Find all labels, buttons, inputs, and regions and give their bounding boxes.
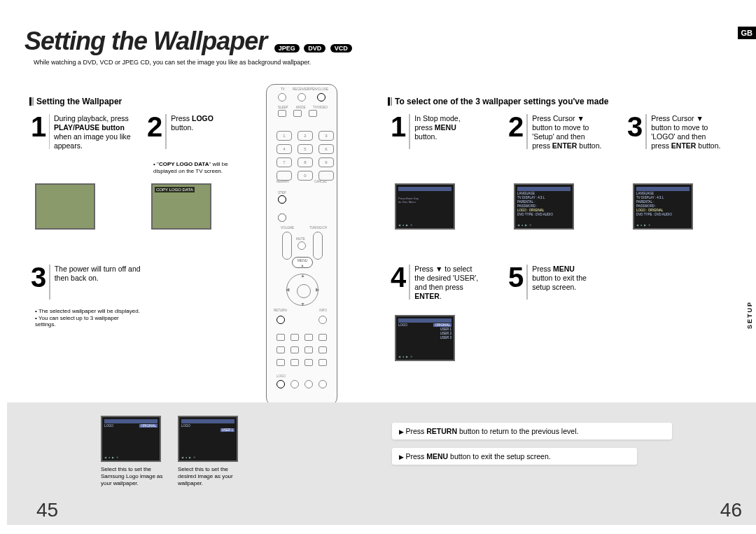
step-divider: [49, 265, 50, 300]
sec-bar2: [32, 97, 34, 106]
mode-btn: [276, 334, 285, 341]
tuner-button: [309, 110, 317, 117]
left-step2-note: "COPY LOGO DATA" will be displayed on th…: [153, 161, 251, 174]
sec-bar-r: [388, 97, 390, 106]
remain-button: [276, 171, 292, 181]
mode-btn: [304, 359, 313, 366]
step-divider: [409, 265, 410, 300]
tip-return: Press RETURN button to return to the pre…: [392, 423, 672, 440]
step-number: 2: [508, 114, 524, 139]
left-step-1: 1 During playback, press PLAY/PAUSE butt…: [31, 114, 143, 151]
right-step-1: 1 In Stop mode,press MENUbutton.: [391, 114, 503, 149]
step-text: Press MENUbutton to exit thesetup screen…: [532, 265, 587, 292]
menu-shuttle: MENU▲: [292, 257, 313, 268]
logo-option-shot-1: LOGOORIGINAL ◀●▶✕: [101, 416, 161, 462]
sec-bar2-r: [391, 97, 392, 106]
page-number-right: 46: [720, 499, 742, 521]
step-divider: [49, 114, 50, 149]
mode-btn: [318, 346, 327, 353]
logo-button: [276, 380, 285, 388]
tuning-rocker: [313, 232, 323, 260]
step-divider: [645, 114, 647, 149]
number-pad: 123 456 789 0: [276, 131, 334, 181]
misc-button: [304, 380, 313, 388]
left-step-2: 2 Press LOGObutton.: [147, 114, 252, 149]
step-number: 1: [31, 114, 46, 139]
badge-jpeg: JPEG: [274, 44, 300, 52]
sec-bar: [29, 97, 31, 106]
step-text: The power will turn off and then back on…: [55, 265, 150, 283]
page-header: Setting the Wallpaper JPEG DVD VCD While…: [24, 27, 742, 66]
misc-button: [318, 380, 327, 388]
step-text: Press ▼ to selectthe desired 'USER',and …: [414, 265, 478, 302]
step-divider: [409, 114, 410, 149]
right-step-4: 4 Press ▼ to selectthe desired 'USER',an…: [391, 265, 510, 302]
note: The selected wallpaper will be displayed…: [35, 308, 140, 315]
remote-control-diagram: TV RECEIVER OPEN/CLOSE SLEEP MODE TV/VID…: [266, 84, 337, 406]
format-badges: JPEG DVD VCD: [274, 41, 354, 53]
menu-shot-4: LOGOORIGINAL USER 1 USER 2 USER 3 ◀●▶✕: [395, 315, 455, 361]
cursor-ring: ▲ ▼ ◀ ▶: [286, 274, 318, 306]
menu-shot-2: LANGUAGE TV DISPLAY : 4:3 L PARENTAL : P…: [514, 183, 574, 230]
right-step-2: 2 Press Cursor ▼button to move to'Setup'…: [508, 114, 627, 151]
badge-dvd: DVD: [304, 44, 326, 52]
step-number: 1: [391, 114, 406, 139]
step-divider: [165, 114, 167, 149]
mode-btn: [318, 359, 327, 366]
receiver-power-icon: [298, 93, 306, 101]
info-button: [318, 316, 327, 324]
step-text: Press Cursor ▼button to move to'Setup' a…: [532, 114, 601, 151]
right-step-5: 5 Press MENUbutton to exit thesetup scre…: [508, 265, 627, 300]
volume-rocker: [282, 232, 292, 260]
tv-power-icon: [278, 93, 286, 101]
menu-shot-3: LANGUAGE TV DISPLAY : 4:3 L PARENTAL : P…: [633, 183, 693, 230]
intro-text: While watching a DVD, VCD or JPEG CD, yo…: [34, 59, 742, 66]
open-close-icon: [317, 93, 326, 101]
mode-btn: [290, 334, 299, 341]
section-title-right: To select one of the 3 wallpaper setting…: [395, 97, 608, 106]
logo-option-shot-2: LOGO USER 1 ◀●▶✕: [178, 416, 238, 462]
step-number: 4: [391, 265, 406, 290]
step-number: 3: [627, 114, 643, 139]
left-step3-notes: The selected wallpaper will be displayed…: [35, 308, 140, 328]
aux-button: [278, 110, 286, 117]
mute-button: [298, 241, 306, 250]
badge-vcd: VCD: [330, 44, 352, 52]
mode-btn: [304, 334, 313, 341]
page-number-left: 45: [36, 499, 58, 521]
cancel-button: [318, 171, 334, 181]
step-divider: [526, 265, 528, 300]
photo-thumbnail: [35, 183, 95, 230]
note: You can select up to 3 wallpaper setting…: [35, 315, 140, 328]
copy-logo-overlay: COPY LOGO DATA: [155, 187, 195, 192]
step-number: 5: [508, 265, 524, 290]
step-divider: [526, 114, 528, 149]
tip-menu: Press MENU button to exit the setup scre…: [392, 448, 637, 465]
misc-button: [290, 380, 299, 388]
mode-btn: [290, 346, 299, 353]
step-text: Press LOGObutton.: [171, 114, 214, 132]
left-step-3: 3 The power will turn off and then back …: [31, 265, 150, 300]
right-step-3: 3 Press Cursor ▼button to move to'LOGO' …: [627, 114, 746, 151]
next-icon: [278, 213, 286, 222]
footer-caption-1: Select this to set the Samsung Logo imag…: [101, 466, 167, 487]
photo-thumbnail-copy: COPY LOGO DATA: [151, 183, 211, 230]
step-text: During playback, press PLAY/PAUSE button…: [54, 114, 143, 151]
step-number: 2: [147, 114, 162, 139]
step-text: In Stop mode,press MENUbutton.: [414, 114, 460, 141]
mode-btn: [304, 346, 313, 353]
mode-btn: [276, 359, 285, 366]
setup-side-tab: SETUP: [746, 301, 753, 329]
return-button: [276, 316, 285, 324]
mode-btn: [290, 359, 299, 366]
section-title-left: Setting the Wallpaper: [36, 97, 122, 106]
mode-btn: [276, 346, 285, 353]
mode-btn: [318, 334, 327, 341]
dvd-button: [293, 110, 302, 117]
page-title: Setting the Wallpaper: [24, 27, 267, 55]
footer-caption-2: Select this to set the desired image as …: [178, 466, 248, 487]
step-text: Press Cursor ▼button to move to'LOGO' an…: [651, 114, 720, 151]
play-pause-button: [278, 195, 286, 204]
step-number: 3: [31, 265, 46, 290]
menu-shot-1: Press Enter Key for Disc Menu ◀●▶✕: [395, 183, 455, 230]
